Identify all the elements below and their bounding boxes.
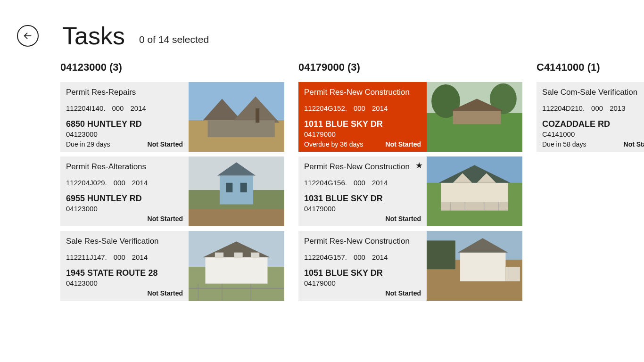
task-card-info: Permit Res-Alterations112204J029.0002014…	[60, 156, 189, 226]
task-card[interactable]: Permit Res-New Construction112204G157.00…	[298, 231, 522, 301]
task-status: Not Started	[148, 140, 183, 148]
task-lot: 000	[354, 253, 365, 261]
task-year: 2014	[132, 253, 148, 261]
svg-rect-9	[220, 176, 253, 205]
task-meta: 112211J147.0002014	[66, 253, 183, 261]
task-type: Permit Res-New Construction	[304, 162, 421, 172]
task-address: 1945 STATE ROUTE 28	[66, 268, 183, 278]
task-year: 2013	[610, 104, 625, 112]
task-parcel: 112204I140.	[66, 104, 105, 112]
task-status: Not Started	[386, 215, 421, 222]
task-due: Due in 29 days	[66, 140, 110, 148]
star-icon: ★	[415, 160, 423, 171]
task-year: 2014	[372, 253, 388, 261]
task-footer: Overdue by 36 daysNot Started	[304, 140, 421, 148]
task-code: 04179000	[304, 205, 421, 213]
property-photo	[189, 156, 284, 226]
svg-rect-47	[505, 267, 520, 281]
task-column: C4141000 (1)Sale Com-Sale Verification11…	[537, 61, 644, 305]
task-card-info: Sale Res-Sale Verification112211J147.000…	[60, 231, 189, 301]
task-type: Permit Res-Alterations	[66, 162, 183, 172]
column-header[interactable]: C4141000 (1)	[537, 61, 644, 74]
page-header: Tasks 0 of 14 selected	[0, 0, 644, 61]
svg-rect-45	[460, 253, 505, 281]
task-code: 04123000	[66, 130, 183, 138]
svg-rect-5	[208, 120, 275, 137]
task-parcel: 112204D210.	[542, 104, 585, 112]
svg-rect-37	[441, 202, 508, 210]
task-footer: Not Started	[304, 215, 421, 222]
task-card-info: Permit Res-Repairs112204I140.00020146850…	[60, 82, 189, 152]
task-code: 04123000	[66, 279, 183, 287]
task-type: Permit Res-New Construction	[304, 237, 421, 246]
svg-rect-18	[215, 253, 223, 258]
task-code: C4141000	[542, 130, 644, 138]
svg-rect-11	[226, 183, 232, 192]
task-parcel: 112204G152.	[304, 104, 347, 112]
task-status: Not Started	[148, 289, 183, 297]
svg-rect-13	[189, 209, 284, 226]
task-card[interactable]: Permit Res-New Construction112204G156.00…	[298, 156, 522, 226]
task-footer: Not Started	[304, 289, 421, 297]
task-footer: Due in 58 daysNot Started	[542, 140, 644, 148]
task-type: Permit Res-New Construction	[304, 88, 421, 97]
task-meta: 112204G157.0002014	[304, 253, 421, 261]
back-button[interactable]	[17, 25, 39, 47]
task-footer: Not Started	[66, 289, 183, 297]
task-card[interactable]: Sale Com-Sale Verification112204D210.000…	[537, 82, 644, 152]
task-column: 04123000 (3)Permit Res-Repairs112204I140…	[60, 61, 284, 305]
task-address: 1031 BLUE SKY DR	[304, 194, 421, 204]
svg-rect-20	[251, 253, 259, 258]
task-lot: 000	[114, 253, 125, 261]
task-due: Overdue by 36 days	[304, 140, 363, 148]
page-title: Tasks	[62, 24, 125, 48]
task-type: Sale Res-Sale Verification	[66, 237, 183, 246]
task-type: Permit Res-Repairs	[66, 88, 183, 97]
task-status: Not Started	[386, 140, 421, 148]
task-parcel: 112204G157.	[304, 253, 347, 261]
task-footer: Not Started	[66, 215, 183, 222]
task-address: 6955 HUNTLEY RD	[66, 194, 183, 204]
task-status: Not Started	[624, 140, 644, 148]
task-meta: 112204D210.0002013	[542, 104, 644, 112]
column-header[interactable]: 04123000 (3)	[60, 61, 284, 74]
task-card[interactable]: Sale Res-Sale Verification112211J147.000…	[60, 231, 284, 301]
property-photo	[189, 82, 284, 152]
task-footer: Due in 29 daysNot Started	[66, 140, 183, 148]
svg-rect-29	[453, 111, 501, 124]
task-parcel: 112211J147.	[66, 253, 107, 261]
task-card[interactable]: Permit Res-New Construction112204G152.00…	[298, 82, 522, 152]
property-photo	[427, 82, 522, 152]
task-card-info: Permit Res-New Construction112204G157.00…	[298, 231, 427, 301]
task-card[interactable]: Permit Res-Alterations112204J029.0002014…	[60, 156, 284, 226]
task-lot: 000	[354, 179, 365, 187]
task-status: Not Started	[386, 289, 421, 297]
task-year: 2014	[372, 104, 388, 112]
property-photo	[427, 231, 522, 301]
task-address: COZADDALE RD	[542, 119, 644, 129]
task-card-info: Permit Res-New Construction112204G152.00…	[298, 82, 427, 152]
task-address: 6850 HUNTLEY RD	[66, 119, 183, 129]
task-year: 2014	[132, 179, 148, 187]
svg-rect-12	[240, 183, 247, 192]
task-parcel: 112204J029.	[66, 179, 107, 187]
task-column: 04179000 (3)Permit Res-New Construction1…	[298, 61, 522, 305]
task-meta: 112204J029.0002014	[66, 179, 183, 187]
property-photo	[427, 156, 522, 226]
task-columns: 04123000 (3)Permit Res-Repairs112204I140…	[0, 61, 644, 305]
task-parcel: 112204G156.	[304, 179, 347, 187]
task-code: 04179000	[304, 279, 421, 287]
arrow-left-icon	[23, 31, 33, 41]
task-address: 1011 BLUE SKY DR	[304, 119, 421, 129]
svg-rect-16	[206, 257, 268, 284]
task-card[interactable]: Permit Res-Repairs112204I140.00020146850…	[60, 82, 284, 152]
task-due: Due in 58 days	[542, 140, 586, 148]
task-type: Sale Com-Sale Verification	[542, 88, 644, 97]
svg-rect-19	[234, 253, 242, 258]
column-header[interactable]: 04179000 (3)	[298, 61, 522, 74]
task-address: 1051 BLUE SKY DR	[304, 268, 421, 278]
task-lot: 000	[591, 104, 603, 112]
task-lot: 000	[114, 179, 125, 187]
task-year: 2014	[372, 179, 388, 187]
task-code: 04179000	[304, 130, 421, 138]
